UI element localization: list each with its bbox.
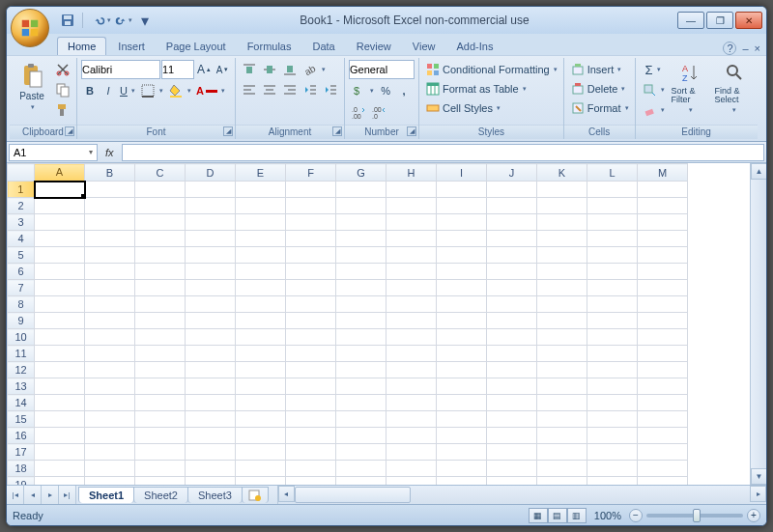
cell[interactable]	[186, 247, 236, 264]
cell[interactable]	[236, 296, 286, 313]
cell[interactable]	[186, 296, 236, 313]
page-layout-view-button[interactable]: ▤	[548, 508, 567, 523]
cell[interactable]	[537, 378, 587, 395]
font-size-combo[interactable]	[161, 60, 194, 79]
cell[interactable]	[487, 231, 537, 247]
name-box[interactable]: A1▾	[9, 144, 98, 161]
row-header[interactable]: 12	[8, 362, 35, 378]
cell[interactable]	[286, 395, 336, 411]
cell[interactable]	[186, 378, 236, 395]
font-name-combo[interactable]	[81, 60, 160, 79]
find-select-button[interactable]: Find & Select	[713, 60, 754, 116]
cell-grid[interactable]: ABCDEFGHIJKLM 12345678910111213141516171…	[7, 163, 688, 485]
cell[interactable]	[336, 428, 386, 444]
cell[interactable]	[537, 411, 587, 428]
cell[interactable]	[638, 378, 688, 395]
formula-input[interactable]	[122, 144, 764, 161]
shrink-font-button[interactable]: A▾	[214, 60, 231, 79]
cell[interactable]	[85, 313, 135, 329]
page-break-view-button[interactable]: ▥	[567, 508, 587, 523]
sort-filter-button[interactable]: AZ Sort & Filter	[670, 60, 710, 116]
column-header[interactable]: L	[587, 164, 638, 182]
cell[interactable]	[186, 444, 236, 461]
cell[interactable]	[85, 214, 135, 231]
format-cells-button[interactable]: Format	[568, 98, 631, 118]
cell[interactable]	[135, 477, 186, 486]
row-header[interactable]: 10	[8, 329, 35, 346]
cell[interactable]	[587, 477, 638, 486]
cell[interactable]	[286, 264, 336, 280]
align-center-button[interactable]	[260, 80, 279, 99]
undo-icon[interactable]	[94, 12, 111, 29]
cell[interactable]	[35, 280, 85, 296]
cell[interactable]	[85, 247, 135, 264]
cell[interactable]	[186, 395, 236, 411]
row-header[interactable]: 6	[8, 264, 35, 280]
cell[interactable]	[286, 296, 336, 313]
first-sheet-button[interactable]: |◂	[7, 486, 24, 504]
cell[interactable]	[35, 444, 85, 461]
row-header[interactable]: 2	[8, 198, 35, 214]
cell[interactable]	[35, 411, 85, 428]
cell[interactable]	[537, 231, 587, 247]
cell[interactable]	[236, 182, 286, 198]
cell[interactable]	[638, 182, 688, 198]
autosum-button[interactable]: Σ	[640, 60, 667, 79]
cell[interactable]	[85, 428, 135, 444]
cell[interactable]	[638, 247, 688, 264]
tab-page-layout[interactable]: Page Layout	[157, 38, 236, 55]
cell[interactable]	[386, 296, 437, 313]
cell[interactable]	[336, 411, 386, 428]
cell[interactable]	[437, 231, 487, 247]
cell[interactable]	[487, 444, 537, 461]
cell[interactable]	[286, 329, 336, 346]
cell[interactable]	[487, 428, 537, 444]
cell[interactable]	[386, 247, 437, 264]
cell[interactable]	[135, 444, 186, 461]
cell[interactable]	[35, 395, 85, 411]
cell[interactable]	[186, 461, 236, 477]
format-as-table-button[interactable]: Format as Table	[423, 79, 559, 98]
help-icon[interactable]: ?	[723, 42, 736, 55]
cell[interactable]	[386, 428, 437, 444]
qat-customize-icon[interactable]: ▾	[136, 12, 154, 29]
tab-data[interactable]: Data	[302, 38, 344, 55]
cell[interactable]	[236, 198, 286, 214]
cell[interactable]	[236, 280, 286, 296]
last-sheet-button[interactable]: ▸|	[59, 486, 76, 504]
column-header[interactable]: A	[35, 164, 85, 182]
cell[interactable]	[35, 264, 85, 280]
cell[interactable]	[386, 395, 437, 411]
cell[interactable]	[336, 378, 386, 395]
cell[interactable]	[336, 247, 386, 264]
cell[interactable]	[85, 477, 135, 486]
cell[interactable]	[286, 411, 336, 428]
cell[interactable]	[286, 346, 336, 362]
cell[interactable]	[386, 198, 437, 214]
cell[interactable]	[336, 444, 386, 461]
cell[interactable]	[135, 428, 186, 444]
cell[interactable]	[587, 411, 638, 428]
cell[interactable]	[186, 313, 236, 329]
align-top-button[interactable]	[240, 60, 259, 79]
cell[interactable]	[537, 444, 587, 461]
cell[interactable]	[236, 428, 286, 444]
select-all-corner[interactable]	[8, 164, 35, 182]
cell[interactable]	[236, 461, 286, 477]
orientation-button[interactable]: ab	[301, 60, 328, 79]
cell[interactable]	[587, 247, 638, 264]
cell[interactable]	[336, 231, 386, 247]
row-header[interactable]: 5	[8, 247, 35, 264]
cell[interactable]	[286, 461, 336, 477]
cell[interactable]	[85, 296, 135, 313]
column-header[interactable]: C	[135, 164, 186, 182]
cell[interactable]	[236, 313, 286, 329]
cell[interactable]	[336, 182, 386, 198]
cell[interactable]	[135, 231, 186, 247]
cell[interactable]	[587, 378, 638, 395]
cell[interactable]	[437, 296, 487, 313]
cell[interactable]	[587, 313, 638, 329]
cell[interactable]	[537, 313, 587, 329]
format-painter-button[interactable]	[53, 100, 72, 120]
cell[interactable]	[587, 231, 638, 247]
